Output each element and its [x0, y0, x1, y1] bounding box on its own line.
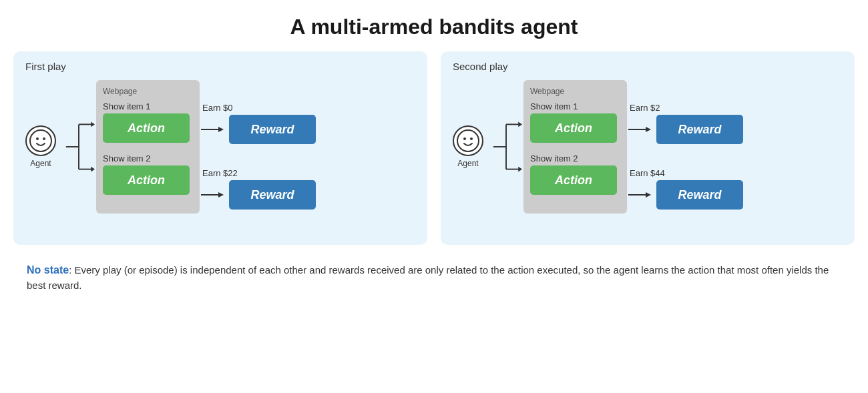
svg-point-15 [463, 137, 466, 140]
second-play-box: Second play Agent [441, 51, 855, 245]
earn-label-1-2: Earn $22 [202, 168, 238, 178]
reward-btn-1-1[interactable]: Reward [229, 115, 316, 144]
webpage-label-2: Webpage [530, 87, 620, 96]
agent-icon-2 [456, 129, 480, 153]
agent-figure-2: Agent [453, 125, 483, 168]
arrow-reward-1-1: Reward [201, 115, 316, 144]
item1-label-1: Show item 1 [103, 101, 193, 111]
bottom-description: : Every play (or episode) is independent… [27, 264, 829, 291]
item2-label-2: Show item 2 [530, 153, 620, 163]
svg-marker-9 [91, 167, 95, 172]
reward-btn-2-2[interactable]: Reward [656, 180, 743, 210]
action-btn-2-1[interactable]: Action [530, 113, 617, 143]
earn-label-2-1: Earn $2 [630, 103, 660, 113]
earn-group-2-2: Earn $44 Reward [628, 168, 743, 210]
agent-figure-1: Agent [25, 125, 56, 168]
arrow-reward-2-2: Reward [628, 180, 743, 210]
first-play-label: First play [25, 61, 415, 72]
earn-label-2-2: Earn $44 [630, 168, 665, 178]
reward-group-1-2: Earn $22 Reward [201, 168, 316, 210]
arrow-svg-1-2 [201, 188, 226, 202]
first-play-inner: Agent Webpage Show [25, 80, 415, 214]
arrow-svg-2-1 [628, 123, 654, 136]
svg-marker-13 [218, 192, 224, 198]
svg-marker-23 [518, 167, 522, 172]
action-btn-2-2[interactable]: Action [530, 165, 617, 195]
agent-label-2: Agent [457, 159, 478, 168]
arrow-svg-2-2 [628, 188, 654, 202]
arrow-reward-1-2: Reward [201, 180, 316, 210]
svg-point-2 [43, 137, 45, 140]
page-title: A multi-armed bandits agent [0, 0, 868, 51]
item1-row-1: Show item 1 Action [103, 101, 193, 143]
earn-group-1-2: Earn $22 Reward [201, 168, 316, 210]
svg-marker-8 [91, 122, 95, 127]
svg-marker-11 [218, 127, 224, 132]
svg-point-1 [36, 137, 39, 140]
arrow-svg-1-1 [201, 123, 226, 136]
item1-label-2: Show item 1 [530, 101, 620, 111]
fork-arrows-2 [490, 100, 522, 193]
svg-marker-27 [646, 192, 651, 198]
action-btn-1-2[interactable]: Action [103, 165, 190, 195]
svg-point-14 [457, 130, 479, 151]
reward-btn-2-1[interactable]: Reward [656, 115, 743, 144]
svg-marker-25 [646, 127, 651, 132]
agent-face-2 [453, 125, 483, 156]
no-state-label: No state [27, 264, 69, 276]
action-btn-1-1[interactable]: Action [103, 113, 190, 143]
svg-marker-22 [518, 122, 522, 127]
webpage-box-1: Webpage Show item 1 Action Show item 2 A… [96, 80, 200, 214]
first-play-box: First play Agent [13, 51, 427, 245]
svg-point-16 [470, 137, 473, 140]
fork-arrows-1 [63, 100, 95, 193]
webpage-label-1: Webpage [103, 87, 193, 96]
reward-btn-1-2[interactable]: Reward [229, 180, 316, 210]
arrow-reward-2-1: Reward [628, 115, 743, 144]
earn-group-1-1: Earn $0 Reward [201, 103, 316, 144]
second-play-inner: Agent Webpage Show [453, 80, 843, 214]
earn-group-2-1: Earn $2 Reward [628, 103, 743, 144]
agent-label-1: Agent [30, 159, 51, 168]
agent-face-1 [25, 125, 56, 156]
reward-group-2-2: Earn $44 Reward [628, 168, 743, 210]
webpage-box-2: Webpage Show item 1 Action Show item 2 A… [523, 80, 627, 214]
second-play-label: Second play [453, 61, 843, 72]
reward-group-1-1: Earn $0 Reward [201, 103, 316, 144]
webpage-section-2: Webpage Show item 1 Action Show item 2 A… [523, 80, 627, 214]
item2-row-2: Show item 2 Action [530, 153, 620, 195]
rewards-section-1: Earn $0 Reward Earn $22 [201, 103, 316, 210]
rewards-section-2: Earn $2 Reward Earn $44 [628, 103, 743, 210]
webpage-section-1: Webpage Show item 1 Action Show item 2 A… [96, 80, 200, 214]
svg-point-0 [30, 130, 51, 151]
fork-svg-1 [63, 100, 95, 193]
diagrams-row: First play Agent [0, 51, 868, 245]
item1-row-2: Show item 1 Action [530, 101, 620, 143]
agent-icon-1 [29, 129, 53, 153]
earn-label-1-1: Earn $0 [202, 103, 233, 113]
item2-label-1: Show item 2 [103, 153, 193, 163]
bottom-text-section: No state: Every play (or episode) is ind… [0, 256, 868, 294]
reward-group-2-1: Earn $2 Reward [628, 103, 743, 144]
fork-svg-2 [490, 100, 522, 193]
item2-row-1: Show item 2 Action [103, 153, 193, 195]
